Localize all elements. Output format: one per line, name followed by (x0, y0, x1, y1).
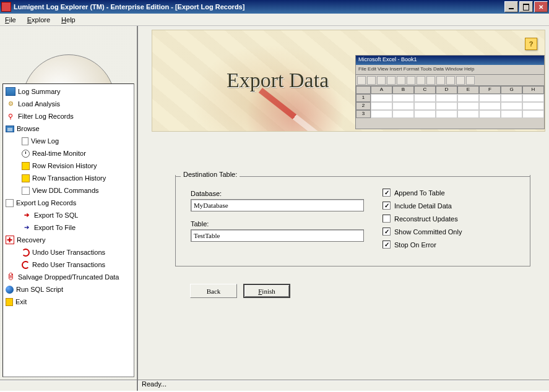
nav-export-to-file[interactable]: ➔Export To File (3, 221, 134, 234)
nav-run-sql[interactable]: Run SQL Script (3, 283, 134, 296)
fieldset-legend: Destination Table: (181, 171, 240, 178)
undo-icon (22, 249, 30, 257)
nav-log-summary[interactable]: Log Summary (3, 85, 134, 98)
app-icon (1, 2, 11, 12)
check-stop[interactable]: Stop On Error (383, 241, 515, 249)
finish-button[interactable]: Finish (243, 284, 290, 298)
content-area: Export Data Microsoft Excel - Book1 File… (138, 26, 549, 380)
window-controls (504, 1, 548, 12)
document-icon (22, 137, 28, 145)
destination-table-fieldset: Destination Table: Database: Table: Appe… (175, 175, 530, 266)
gears-icon: ⚙ (6, 100, 15, 108)
nav-view-ddl[interactable]: View DDL Commands (3, 184, 134, 197)
file-arrow-icon: ➔ (22, 223, 32, 232)
checkbox-icon (383, 241, 391, 249)
check-reconstruct[interactable]: Reconstruct Updates (383, 215, 515, 223)
help-button[interactable]: ? (525, 38, 537, 50)
checkbox-icon (383, 202, 391, 210)
filter-icon: ⚲ (6, 112, 15, 121)
ddl-icon (22, 187, 30, 195)
banner: Export Data Microsoft Excel - Book1 File… (152, 30, 545, 132)
maximize-button[interactable] (519, 1, 533, 12)
title-bar: Lumigent Log Explorer (TM) - Enterprise … (0, 0, 549, 14)
check-committed[interactable]: Show Committed Only (383, 228, 515, 236)
status-bar-1: Ready... (0, 380, 549, 391)
table-input[interactable] (191, 229, 364, 242)
recovery-icon (6, 236, 14, 244)
globe-icon (6, 286, 14, 294)
check-append[interactable]: Append To Table (383, 189, 515, 197)
clock-icon (22, 150, 30, 158)
nav-view-log[interactable]: View Log (3, 135, 134, 147)
excel-menu: File Edit View Insert Format Tools Data … (356, 65, 544, 75)
browse-icon (6, 126, 14, 132)
back-button[interactable]: Back (190, 284, 237, 298)
database-input[interactable] (191, 199, 364, 211)
excel-title: Microsoft Excel - Book1 (356, 56, 544, 65)
history-icon (22, 174, 30, 182)
sidebar: Log Summary ⚙Load Analysis ⚲Filter Log R… (0, 26, 138, 380)
close-button[interactable] (534, 1, 548, 12)
compass-graphic (0, 26, 137, 83)
table-label: Table: (191, 220, 364, 228)
redo-icon (22, 261, 30, 269)
nav-export-log-records[interactable]: Export Log Records (3, 197, 134, 209)
history-icon (22, 162, 30, 170)
sql-arrow-icon: ➔ (22, 211, 32, 219)
list-icon (6, 87, 15, 96)
menu-help[interactable]: Help (59, 15, 78, 25)
checkbox-icon (383, 189, 391, 197)
nav-export-to-sql[interactable]: ➔Export To SQL (3, 209, 134, 221)
export-form: Destination Table: Database: Table: Appe… (175, 175, 530, 298)
nav-row-revision-history[interactable]: Row Revision History (3, 160, 134, 172)
window-title: Lumigent Log Explorer (TM) - Enterprise … (14, 3, 504, 11)
nav-redo-user-tx[interactable]: Redo User Transactions (3, 258, 134, 271)
status-ready: Ready... (138, 380, 549, 391)
nav-row-transaction-history[interactable]: Row Transaction History (3, 172, 134, 184)
export-icon (6, 199, 14, 207)
banner-title: Export Data (227, 69, 329, 92)
nav-recovery[interactable]: Recovery (3, 234, 134, 246)
nav-undo-user-tx[interactable]: Undo User Transactions (3, 246, 134, 258)
nav-exit[interactable]: Exit (3, 296, 134, 308)
menu-file[interactable]: File (2, 15, 19, 25)
nav-tree: Log Summary ⚙Load Analysis ⚲Filter Log R… (2, 83, 134, 377)
checkbox-icon (383, 215, 391, 223)
database-label: Database: (191, 190, 364, 197)
checkbox-icon (383, 228, 391, 236)
exit-icon (6, 298, 13, 306)
check-detail[interactable]: Include Detail Data (383, 202, 515, 210)
nav-filter-log[interactable]: ⚲Filter Log Records (3, 110, 134, 122)
minimize-button[interactable] (504, 1, 518, 12)
nav-load-analysis[interactable]: ⚙Load Analysis (3, 98, 134, 110)
excel-preview: Microsoft Excel - Book1 File Edit View I… (355, 55, 545, 129)
nav-salvage[interactable]: 🛢Salvage Dropped/Truncated Data (3, 271, 134, 283)
menu-explore[interactable]: Explore (25, 15, 53, 25)
salvage-icon: 🛢 (6, 273, 15, 281)
nav-browse[interactable]: Browse (3, 122, 134, 135)
menu-bar: File Explore Help (0, 14, 549, 26)
nav-realtime-monitor[interactable]: Real-time Monitor (3, 147, 134, 160)
